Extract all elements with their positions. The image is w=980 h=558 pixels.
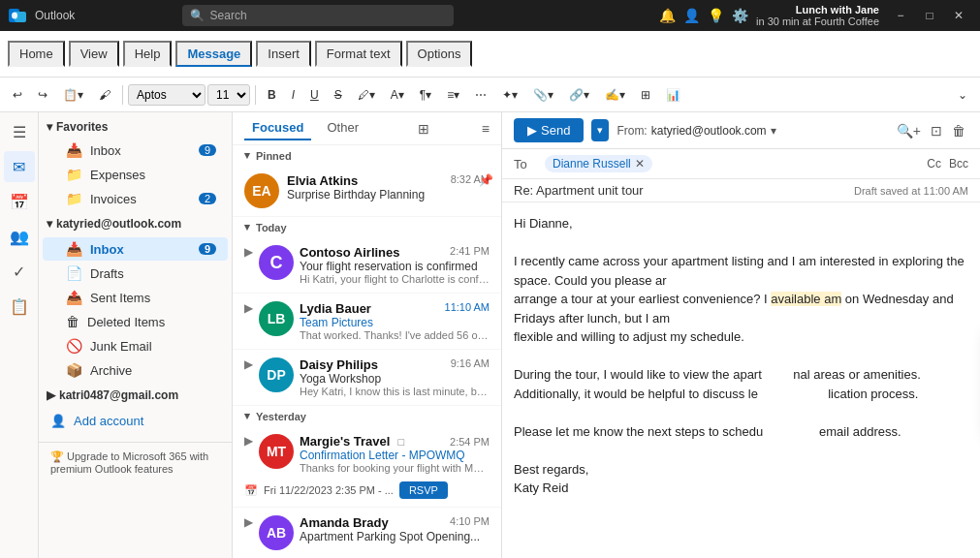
tab-view[interactable]: View (69, 41, 119, 67)
avatar-ab: AB (259, 515, 294, 550)
settings-icon[interactable]: ⚙️ (732, 8, 748, 23)
email-preview-3: That worked. Thanks! I've added 56 of th… (300, 329, 490, 341)
cc-bcc-row: Cc Bcc (927, 157, 968, 170)
upgrade-box[interactable]: 🏆 Upgrade to Microsoft 365 with premium … (39, 442, 232, 482)
expand-button[interactable]: ⌄ (951, 84, 974, 106)
attach-button[interactable]: 📎▾ (526, 84, 560, 106)
bcc-button[interactable]: Bcc (949, 157, 968, 170)
filter-icon[interactable]: ⊞ (418, 121, 429, 137)
send-button[interactable]: ▶ Send (514, 118, 584, 142)
sidebar-item-drafts[interactable]: 📄 Drafts (43, 262, 228, 285)
nav-calendar-icon[interactable]: 📅 (4, 186, 35, 217)
email-item-3[interactable]: ▶ LB Lydia Bauer 11:10 AM Team Pictures … (233, 294, 501, 350)
tab-home[interactable]: Home (8, 41, 65, 67)
font-size-select[interactable]: 11 (207, 84, 250, 106)
sidebar-item-inbox[interactable]: 📥 Inbox 9 (43, 237, 228, 261)
notification-info: Lunch with Jane in 30 min at Fourth Coff… (756, 4, 879, 27)
drafts-icon: 📄 (66, 265, 82, 281)
compose-icon-buttons: 🔍+ ⊡ 🗑 (894, 120, 968, 141)
invoices-icon: 📁 (66, 191, 82, 206)
clipboard-button[interactable]: 📋▾ (56, 84, 90, 106)
email-item-4[interactable]: ▶ DP Daisy Philips 9:16 AM Yoga Workshop… (233, 350, 501, 406)
bold-button[interactable]: B (261, 84, 283, 106)
avatar-icon[interactable]: 👤 (683, 8, 700, 23)
table-button[interactable]: ⊞ (634, 84, 657, 106)
format-painter-button[interactable]: 🖌 (92, 84, 117, 106)
email-item-6[interactable]: ▶ AB Amanda Brady 4:10 PM Apartment Park… (233, 508, 501, 558)
sidebar-item-junk[interactable]: 🚫 Junk Email (43, 334, 228, 357)
chevron-down-icon: ▾ (47, 120, 52, 134)
search-bar[interactable]: 🔍 Search (182, 5, 454, 26)
highlight-button[interactable]: 🖊▾ (351, 84, 382, 106)
idea-icon[interactable]: 💡 (708, 8, 724, 23)
to-chip-remove[interactable]: ✕ (635, 157, 645, 170)
tab-format-text[interactable]: Format text (315, 41, 402, 67)
to-chip-name: Dianne Russell (553, 157, 631, 170)
nav-mail-icon[interactable]: ✉ (4, 151, 35, 182)
zoom-in-button[interactable]: 🔍+ (894, 120, 924, 141)
nav-tasks-icon[interactable]: ✓ (4, 256, 35, 287)
font-color-button[interactable]: A▾ (384, 84, 411, 106)
redo-button[interactable]: ↪ (31, 84, 54, 106)
minimize-button[interactable]: − (887, 5, 914, 26)
expand-icon-3: ▶ (244, 301, 253, 315)
italic-button[interactable]: I (285, 84, 301, 106)
email-item-2[interactable]: ▶ C Contoso Airlines 2:41 PM Your flight… (233, 237, 501, 294)
tab-message[interactable]: Message (175, 41, 252, 67)
add-account-button[interactable]: 👤 Add account (39, 408, 232, 434)
favorites-section-header[interactable]: ▾ Favorites (39, 116, 232, 138)
tab-focused[interactable]: Focused (244, 116, 311, 140)
account2-header[interactable]: ▶ katri0487@gmail.com (39, 383, 232, 408)
sidebar-item-invoices[interactable]: 📁 Invoices 2 (43, 187, 228, 210)
format-toolbar: ↩ ↪ 📋▾ 🖌 Aptos 11 B I U S 🖊▾ A▾ ¶▾ ≡▾ ⋯ … (0, 78, 980, 112)
sidebar-item-sent[interactable]: 📤 Sent Items (43, 286, 228, 309)
to-chip-0[interactable]: Dianne Russell ✕ (545, 155, 652, 172)
sidebar: ▾ Favorites 📥 Inbox 9 📁 Expenses 📁 Invoi… (39, 112, 233, 558)
chart-button[interactable]: 📊 (659, 84, 687, 106)
link-button[interactable]: 🔗▾ (562, 84, 596, 106)
paragraph-button[interactable]: ¶▾ (413, 84, 438, 106)
signature-button[interactable]: ✍▾ (598, 84, 632, 106)
email-sender-3: Lydia Bauer (300, 301, 371, 316)
subject-text: Re: Apartment unit tour (514, 183, 644, 198)
nav-apps-icon[interactable]: 📋 (4, 291, 35, 322)
sort-icon[interactable]: ≡ (482, 121, 490, 137)
account1-header[interactable]: ▾ katyried@outlook.com (39, 211, 232, 236)
close-button[interactable]: ✕ (945, 5, 972, 26)
from-dropdown-icon[interactable]: ▾ (771, 124, 776, 138)
bell-icon[interactable]: 🔔 (659, 8, 676, 23)
compose-body[interactable]: Hi Dianne, I recently came across your a… (502, 202, 980, 558)
tab-insert[interactable]: Insert (256, 41, 311, 67)
maximize-button[interactable]: □ (916, 5, 943, 26)
rsvp-button[interactable]: RSVP (399, 481, 448, 499)
section-pinned: ▾ Pinned (233, 145, 501, 166)
discard-button[interactable]: 🗑 (949, 120, 968, 141)
more-button[interactable]: ⋯ (468, 84, 493, 106)
undo-button[interactable]: ↩ (6, 84, 29, 106)
sidebar-item-inbox-fav[interactable]: 📥 Inbox 9 (43, 139, 228, 162)
draft-saved: Draft saved at 11:00 AM (854, 185, 968, 197)
underline-button[interactable]: U (303, 84, 326, 106)
cc-button[interactable]: Cc (927, 157, 941, 170)
sidebar-item-expenses[interactable]: 📁 Expenses (43, 163, 228, 186)
sidebar-item-deleted[interactable]: 🗑 Deleted Items (43, 310, 228, 333)
tab-options[interactable]: Options (406, 41, 473, 67)
send-dropdown-button[interactable]: ▾ (591, 119, 609, 141)
sidebar-item-archive[interactable]: 📦 Archive (43, 358, 228, 382)
compose-toolbar: ▶ Send ▾ From: katyried@outlook.com ▾ 🔍+… (502, 112, 980, 149)
inbox-icon: 📥 (66, 142, 82, 158)
tab-help[interactable]: Help (123, 41, 173, 67)
email-item-5[interactable]: ▶ MT Margie's Travel □ 2:54 PM Confirmat… (233, 426, 501, 508)
email-item-1[interactable]: EA Elvia Atkins Surprise Birthday Planni… (233, 166, 501, 217)
chevron-down-icon-2: ▾ (47, 217, 52, 231)
nav-people-icon[interactable]: 👥 (4, 221, 35, 252)
pop-out-button[interactable]: ⊡ (928, 120, 945, 141)
nav-menu-icon[interactable]: ☰ (4, 116, 35, 147)
align-button[interactable]: ≡▾ (440, 84, 466, 106)
tab-other[interactable]: Other (319, 116, 366, 140)
styles-button[interactable]: ✦▾ (495, 84, 524, 106)
search-placeholder: Search (210, 9, 247, 22)
font-family-select[interactable]: Aptos (128, 84, 205, 106)
strikethrough-button[interactable]: S (328, 84, 349, 106)
avatar-ea: EA (244, 173, 279, 208)
